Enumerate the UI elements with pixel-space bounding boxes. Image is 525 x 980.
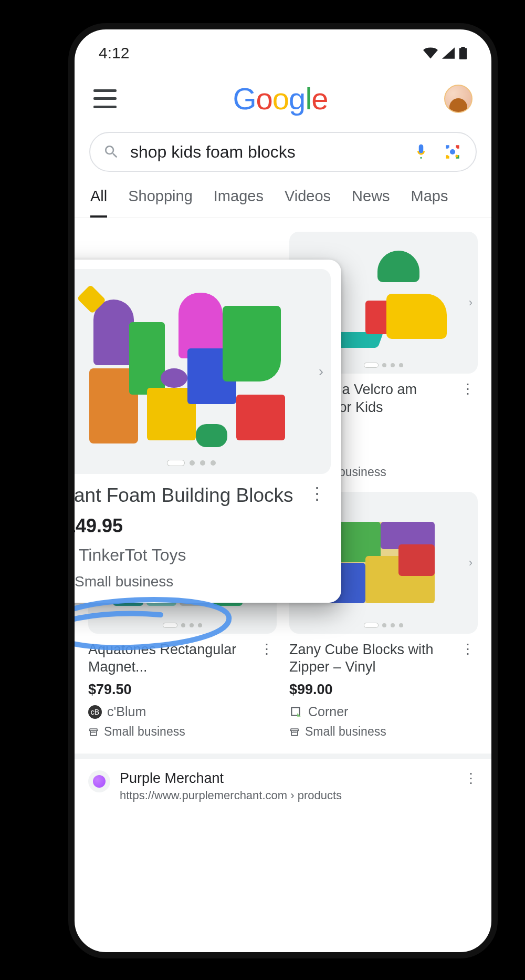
small-business-badge: Small business xyxy=(88,719,277,739)
product-title: Aquatones Rectangular Magnet... xyxy=(88,641,257,677)
google-logo: Google xyxy=(233,81,328,116)
product-price: $149.95 xyxy=(68,508,331,537)
more-options-button[interactable]: ⋮ xyxy=(464,770,478,787)
chevron-right-icon[interactable]: › xyxy=(469,296,472,310)
seller-name: Corner xyxy=(308,704,348,719)
seller-logo-icon: cB xyxy=(88,705,102,719)
more-options-button[interactable]: ⋮ xyxy=(458,641,478,657)
more-options-button[interactable]: ⋮ xyxy=(458,381,478,397)
storefront-icon xyxy=(88,727,99,737)
carousel-dots xyxy=(167,460,216,466)
more-options-button[interactable]: ⋮ xyxy=(306,483,329,503)
highlighted-product-card[interactable]: ‹ › Giant Foam Building Blocks ⋮ $149.95… xyxy=(68,260,341,603)
phone-frame: 4:12 Google xyxy=(68,23,498,958)
svg-point-0 xyxy=(450,149,455,154)
status-bar: 4:12 xyxy=(75,29,491,66)
search-bar[interactable] xyxy=(89,132,477,172)
organic-result[interactable]: Purple Merchant https://www.purplemercha… xyxy=(75,754,491,802)
carousel-dots xyxy=(364,363,403,367)
small-business-badge: Small business xyxy=(289,719,478,739)
product-image[interactable]: ‹ › xyxy=(68,269,331,474)
tab-images[interactable]: Images xyxy=(214,188,264,218)
carousel-dots xyxy=(163,623,202,627)
tab-shopping[interactable]: Shopping xyxy=(128,188,193,218)
seller-logo-icon xyxy=(289,705,303,719)
product-seller: Corner xyxy=(289,698,478,719)
carousel-dots xyxy=(364,623,403,627)
product-title: Giant Foam Building Blocks xyxy=(68,483,293,508)
result-favicon xyxy=(88,770,110,792)
app-header: Google xyxy=(75,66,491,121)
seller-logo-icon xyxy=(68,547,71,564)
seller-name: c'Blum xyxy=(107,704,146,719)
chevron-right-icon[interactable]: › xyxy=(469,556,472,570)
search-input[interactable] xyxy=(130,142,400,162)
product-seller: TinkerTot Toys xyxy=(68,537,331,565)
search-icon xyxy=(103,143,120,160)
svg-point-1 xyxy=(455,154,458,157)
product-price: $99.00 xyxy=(289,676,478,698)
more-options-button[interactable]: ⋮ xyxy=(257,641,277,657)
hamburger-menu-button[interactable] xyxy=(93,89,117,108)
tab-news[interactable]: News xyxy=(352,188,390,218)
seller-name: TinkerTot Toys xyxy=(79,545,186,565)
result-name: Purple Merchant xyxy=(120,770,342,787)
tab-all[interactable]: All xyxy=(90,188,107,218)
chevron-right-icon[interactable]: › xyxy=(319,363,323,380)
cell-signal-icon xyxy=(442,47,455,59)
battery-icon xyxy=(459,47,467,59)
tab-maps[interactable]: Maps xyxy=(411,188,448,218)
status-icons xyxy=(423,47,467,59)
result-url: https://www.purplemerchant.com › product… xyxy=(120,787,342,802)
profile-avatar[interactable] xyxy=(444,85,472,113)
product-title: Zany Cube Blocks with Zipper – Vinyl xyxy=(289,641,458,677)
small-business-badge: Small business xyxy=(68,565,331,590)
product-seller: cB c'Blum xyxy=(88,698,277,719)
product-price: $79.50 xyxy=(88,676,277,698)
storefront-icon xyxy=(289,727,300,737)
voice-search-button[interactable] xyxy=(411,141,432,162)
google-lens-button[interactable] xyxy=(442,141,463,162)
status-time: 4:12 xyxy=(99,44,129,62)
search-tabs: All Shopping Images Videos News Maps xyxy=(75,172,491,218)
tab-videos[interactable]: Videos xyxy=(285,188,331,218)
wifi-icon xyxy=(423,47,438,59)
